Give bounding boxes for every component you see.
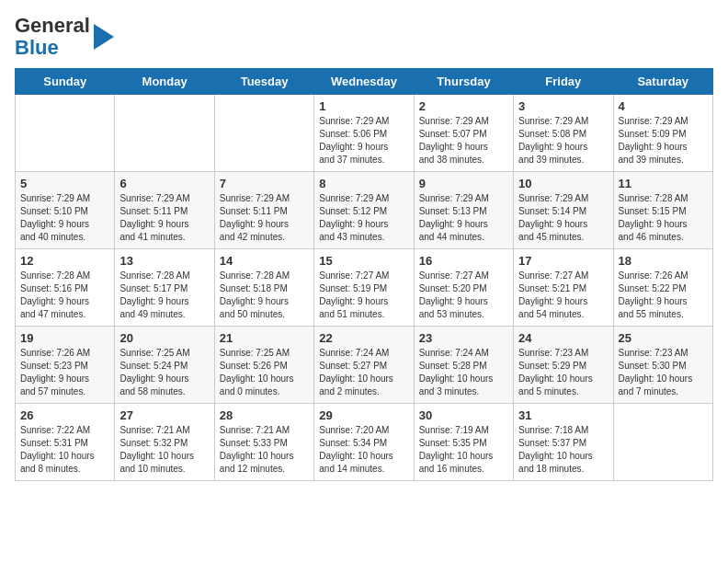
logo-blue: Blue bbox=[15, 36, 59, 59]
day-info: Sunrise: 7:27 AM Sunset: 5:21 PM Dayligh… bbox=[518, 270, 608, 321]
day-number: 8 bbox=[319, 177, 408, 190]
calendar-day-cell: 11Sunrise: 7:28 AM Sunset: 5:15 PM Dayli… bbox=[613, 172, 712, 249]
day-info: Sunrise: 7:29 AM Sunset: 5:11 PM Dayligh… bbox=[220, 192, 309, 244]
calendar-day-cell: 21Sunrise: 7:25 AM Sunset: 5:26 PM Dayli… bbox=[214, 327, 313, 404]
day-info: Sunrise: 7:28 AM Sunset: 5:16 PM Dayligh… bbox=[20, 270, 109, 321]
calendar-week-row: 19Sunrise: 7:26 AM Sunset: 5:23 PM Dayli… bbox=[16, 327, 713, 404]
day-number: 14 bbox=[220, 254, 309, 268]
day-number: 19 bbox=[20, 331, 109, 345]
calendar-day-cell: 28Sunrise: 7:21 AM Sunset: 5:33 PM Dayli… bbox=[214, 404, 313, 481]
calendar-day-cell: 9Sunrise: 7:29 AM Sunset: 5:13 PM Daylig… bbox=[414, 172, 513, 249]
calendar-day-cell: 7Sunrise: 7:29 AM Sunset: 5:11 PM Daylig… bbox=[214, 172, 313, 249]
day-info: Sunrise: 7:29 AM Sunset: 5:07 PM Dayligh… bbox=[419, 115, 508, 167]
day-info: Sunrise: 7:23 AM Sunset: 5:30 PM Dayligh… bbox=[619, 347, 708, 398]
day-info: Sunrise: 7:29 AM Sunset: 5:09 PM Dayligh… bbox=[619, 115, 708, 167]
day-header-thursday: Thursday bbox=[414, 69, 513, 95]
calendar-day-cell: 19Sunrise: 7:26 AM Sunset: 5:23 PM Dayli… bbox=[16, 327, 115, 404]
day-info: Sunrise: 7:28 AM Sunset: 5:17 PM Dayligh… bbox=[119, 270, 209, 321]
day-info: Sunrise: 7:29 AM Sunset: 5:14 PM Dayligh… bbox=[518, 192, 608, 244]
day-number: 24 bbox=[518, 331, 608, 345]
day-number: 27 bbox=[119, 408, 209, 422]
day-info: Sunrise: 7:23 AM Sunset: 5:29 PM Dayligh… bbox=[518, 347, 608, 398]
calendar-header-row: SundayMondayTuesdayWednesdayThursdayFrid… bbox=[16, 69, 713, 95]
day-info: Sunrise: 7:24 AM Sunset: 5:28 PM Dayligh… bbox=[419, 347, 508, 398]
day-number: 2 bbox=[419, 99, 508, 113]
day-number: 31 bbox=[518, 408, 608, 422]
day-info: Sunrise: 7:21 AM Sunset: 5:33 PM Dayligh… bbox=[220, 424, 309, 476]
day-info: Sunrise: 7:28 AM Sunset: 5:18 PM Dayligh… bbox=[220, 270, 309, 321]
day-info: Sunrise: 7:25 AM Sunset: 5:24 PM Dayligh… bbox=[119, 347, 209, 398]
day-info: Sunrise: 7:26 AM Sunset: 5:23 PM Dayligh… bbox=[20, 347, 109, 398]
calendar-table: SundayMondayTuesdayWednesdayThursdayFrid… bbox=[15, 68, 713, 481]
day-number: 18 bbox=[619, 254, 708, 268]
calendar-day-cell: 20Sunrise: 7:25 AM Sunset: 5:24 PM Dayli… bbox=[115, 327, 214, 404]
calendar-day-cell: 29Sunrise: 7:20 AM Sunset: 5:34 PM Dayli… bbox=[314, 404, 414, 481]
day-number: 3 bbox=[518, 99, 608, 113]
calendar-week-row: 12Sunrise: 7:28 AM Sunset: 5:16 PM Dayli… bbox=[16, 249, 713, 327]
day-info: Sunrise: 7:28 AM Sunset: 5:15 PM Dayligh… bbox=[619, 192, 708, 244]
calendar-day-cell: 8Sunrise: 7:29 AM Sunset: 5:12 PM Daylig… bbox=[314, 172, 414, 249]
calendar-day-cell: 15Sunrise: 7:27 AM Sunset: 5:19 PM Dayli… bbox=[314, 249, 414, 327]
day-info: Sunrise: 7:21 AM Sunset: 5:32 PM Dayligh… bbox=[119, 424, 209, 476]
day-number: 23 bbox=[419, 331, 508, 345]
calendar-day-cell: 25Sunrise: 7:23 AM Sunset: 5:30 PM Dayli… bbox=[613, 327, 712, 404]
day-header-monday: Monday bbox=[115, 69, 214, 95]
day-info: Sunrise: 7:19 AM Sunset: 5:35 PM Dayligh… bbox=[419, 424, 508, 476]
day-header-friday: Friday bbox=[514, 69, 613, 95]
calendar-day-cell: 26Sunrise: 7:22 AM Sunset: 5:31 PM Dayli… bbox=[16, 404, 115, 481]
day-header-saturday: Saturday bbox=[613, 69, 712, 95]
day-number: 28 bbox=[220, 408, 309, 422]
day-number: 16 bbox=[419, 254, 508, 268]
calendar-day-cell: 10Sunrise: 7:29 AM Sunset: 5:14 PM Dayli… bbox=[514, 172, 613, 249]
calendar-day-cell: 31Sunrise: 7:18 AM Sunset: 5:37 PM Dayli… bbox=[514, 404, 613, 481]
calendar-day-cell: 22Sunrise: 7:24 AM Sunset: 5:27 PM Dayli… bbox=[314, 327, 414, 404]
calendar-day-cell: 18Sunrise: 7:26 AM Sunset: 5:22 PM Dayli… bbox=[613, 249, 712, 327]
calendar-day-cell: 2Sunrise: 7:29 AM Sunset: 5:07 PM Daylig… bbox=[414, 95, 513, 172]
logo-arrow-icon bbox=[94, 24, 114, 50]
calendar-day-cell bbox=[613, 404, 712, 481]
day-number: 17 bbox=[518, 254, 608, 268]
logo: General Blue bbox=[15, 15, 114, 59]
day-number: 1 bbox=[319, 99, 408, 113]
day-info: Sunrise: 7:27 AM Sunset: 5:19 PM Dayligh… bbox=[319, 270, 408, 321]
day-number: 4 bbox=[619, 99, 708, 113]
day-header-tuesday: Tuesday bbox=[214, 69, 313, 95]
day-info: Sunrise: 7:29 AM Sunset: 5:08 PM Dayligh… bbox=[518, 115, 608, 167]
calendar-day-cell: 27Sunrise: 7:21 AM Sunset: 5:32 PM Dayli… bbox=[115, 404, 214, 481]
day-number: 20 bbox=[119, 331, 209, 345]
day-number: 10 bbox=[518, 177, 608, 190]
calendar-day-cell bbox=[16, 95, 115, 172]
day-info: Sunrise: 7:25 AM Sunset: 5:26 PM Dayligh… bbox=[220, 347, 309, 398]
day-info: Sunrise: 7:29 AM Sunset: 5:13 PM Dayligh… bbox=[419, 192, 508, 244]
calendar-day-cell: 12Sunrise: 7:28 AM Sunset: 5:16 PM Dayli… bbox=[16, 249, 115, 327]
logo-general: General bbox=[15, 14, 90, 37]
day-number: 29 bbox=[319, 408, 408, 422]
day-number: 5 bbox=[20, 177, 109, 190]
day-info: Sunrise: 7:24 AM Sunset: 5:27 PM Dayligh… bbox=[319, 347, 408, 398]
day-number: 7 bbox=[220, 177, 309, 190]
day-info: Sunrise: 7:29 AM Sunset: 5:06 PM Dayligh… bbox=[319, 115, 408, 167]
calendar-day-cell: 13Sunrise: 7:28 AM Sunset: 5:17 PM Dayli… bbox=[115, 249, 214, 327]
calendar-week-row: 5Sunrise: 7:29 AM Sunset: 5:10 PM Daylig… bbox=[16, 172, 713, 249]
calendar-day-cell: 17Sunrise: 7:27 AM Sunset: 5:21 PM Dayli… bbox=[514, 249, 613, 327]
calendar-day-cell: 4Sunrise: 7:29 AM Sunset: 5:09 PM Daylig… bbox=[613, 95, 712, 172]
calendar-day-cell: 1Sunrise: 7:29 AM Sunset: 5:06 PM Daylig… bbox=[314, 95, 414, 172]
day-info: Sunrise: 7:18 AM Sunset: 5:37 PM Dayligh… bbox=[518, 424, 608, 476]
calendar-day-cell: 30Sunrise: 7:19 AM Sunset: 5:35 PM Dayli… bbox=[414, 404, 513, 481]
calendar-week-row: 26Sunrise: 7:22 AM Sunset: 5:31 PM Dayli… bbox=[16, 404, 713, 481]
day-number: 13 bbox=[119, 254, 209, 268]
day-number: 30 bbox=[419, 408, 508, 422]
day-number: 11 bbox=[619, 177, 708, 190]
calendar-day-cell: 23Sunrise: 7:24 AM Sunset: 5:28 PM Dayli… bbox=[414, 327, 513, 404]
day-number: 12 bbox=[20, 254, 109, 268]
day-number: 21 bbox=[220, 331, 309, 345]
day-number: 26 bbox=[20, 408, 109, 422]
calendar-day-cell: 24Sunrise: 7:23 AM Sunset: 5:29 PM Dayli… bbox=[514, 327, 613, 404]
day-info: Sunrise: 7:26 AM Sunset: 5:22 PM Dayligh… bbox=[619, 270, 708, 321]
calendar-day-cell bbox=[214, 95, 313, 172]
day-number: 6 bbox=[119, 177, 209, 190]
page-header: General Blue bbox=[15, 15, 713, 59]
calendar-day-cell: 16Sunrise: 7:27 AM Sunset: 5:20 PM Dayli… bbox=[414, 249, 513, 327]
day-info: Sunrise: 7:29 AM Sunset: 5:11 PM Dayligh… bbox=[119, 192, 209, 244]
day-header-sunday: Sunday bbox=[16, 69, 115, 95]
